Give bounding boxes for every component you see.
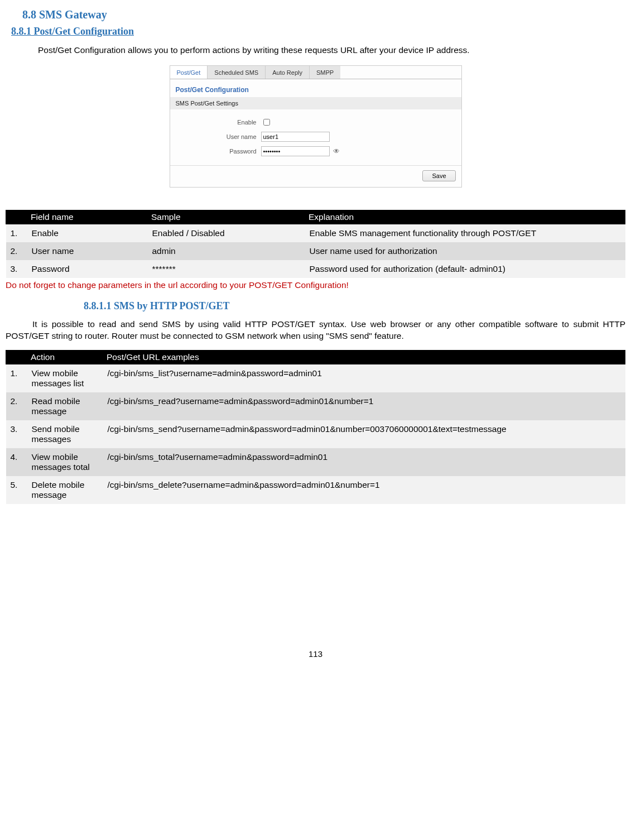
save-row: Save bbox=[170, 165, 461, 187]
label-enable: Enable bbox=[170, 119, 261, 126]
cell-num: 3. bbox=[6, 260, 27, 278]
screenshot-container: Post/Get Scheduled SMS Auto Reply SMPP P… bbox=[6, 65, 625, 188]
input-password[interactable] bbox=[261, 146, 330, 156]
tab-scheduled-sms[interactable]: Scheduled SMS bbox=[208, 66, 266, 79]
cell-url: /cgi-bin/sms_list?username=admin&passwor… bbox=[103, 364, 625, 392]
cell-url: /cgi-bin/sms_read?username=admin&passwor… bbox=[103, 392, 625, 420]
save-button[interactable]: Save bbox=[422, 170, 455, 181]
table-row: 1. Enable Enabled / Disabled Enable SMS … bbox=[6, 224, 625, 242]
cell-field: Enable bbox=[27, 224, 148, 242]
tab-auto-reply[interactable]: Auto Reply bbox=[266, 66, 310, 79]
cell-sample: Enabled / Disabled bbox=[148, 224, 305, 242]
cell-url: /cgi-bin/sms_total?username=admin&passwo… bbox=[103, 448, 625, 476]
screenshot-section-title: Post/Get Configuration bbox=[170, 79, 461, 97]
tabs-row: Post/Get Scheduled SMS Auto Reply SMPP bbox=[170, 66, 461, 79]
tab-smpp[interactable]: SMPP bbox=[310, 66, 340, 79]
form-area: Enable User name Password 👁 bbox=[170, 109, 461, 162]
cell-action: Read mobile message bbox=[27, 392, 103, 420]
cell-expl: Password used for authorization (default… bbox=[305, 260, 625, 278]
cell-action: View mobile messages total bbox=[27, 448, 103, 476]
cell-action: Send mobile messages bbox=[27, 420, 103, 448]
label-password: Password bbox=[170, 148, 261, 155]
cell-num: 3. bbox=[6, 420, 27, 448]
table-row: 3. Password ******* Password used for au… bbox=[6, 260, 625, 278]
th-sample: Sample bbox=[148, 210, 305, 224]
cell-num: 2. bbox=[6, 392, 27, 420]
th-explanation: Explanation bbox=[305, 210, 625, 224]
table-row: 4. View mobile messages total /cgi-bin/s… bbox=[6, 448, 625, 476]
cell-num: 1. bbox=[6, 364, 27, 392]
form-row-password: Password 👁 bbox=[170, 144, 461, 159]
checkbox-enable[interactable] bbox=[263, 119, 270, 126]
heading-sms-gateway: 8.8 SMS Gateway bbox=[22, 8, 625, 21]
form-row-enable: Enable bbox=[170, 115, 461, 129]
th-num2 bbox=[6, 350, 27, 364]
cell-num: 4. bbox=[6, 448, 27, 476]
cell-num: 5. bbox=[6, 476, 27, 504]
input-username[interactable] bbox=[261, 132, 330, 142]
form-row-username: User name bbox=[170, 129, 461, 144]
label-username: User name bbox=[170, 133, 261, 140]
url-table: Action Post/Get URL examples 1. View mob… bbox=[6, 350, 625, 504]
cell-url: /cgi-bin/sms_delete?username=admin&passw… bbox=[103, 476, 625, 504]
heading-post-get-config: 8.8.1 Post/Get Configuration bbox=[11, 26, 625, 37]
config-table: Field name Sample Explanation 1. Enable … bbox=[6, 210, 625, 278]
intro-paragraph-1: Post/Get Configuration allows you to per… bbox=[11, 44, 620, 56]
th-action: Action bbox=[27, 350, 103, 364]
cell-url: /cgi-bin/sms_send?username=admin&passwor… bbox=[103, 420, 625, 448]
cell-action: Delete mobile message bbox=[27, 476, 103, 504]
cell-num: 2. bbox=[6, 242, 27, 260]
cell-sample: ******* bbox=[148, 260, 305, 278]
cell-sample: admin bbox=[148, 242, 305, 260]
table-row: 3. Send mobile messages /cgi-bin/sms_sen… bbox=[6, 420, 625, 448]
table-row: 1. View mobile messages list /cgi-bin/sm… bbox=[6, 364, 625, 392]
th-field: Field name bbox=[27, 210, 148, 224]
cell-expl: User name used for authorization bbox=[305, 242, 625, 260]
tab-post-get[interactable]: Post/Get bbox=[170, 66, 208, 79]
cell-num: 1. bbox=[6, 224, 27, 242]
heading-sms-http: 8.8.1.1 SMS by HTTP POST/GET bbox=[84, 300, 625, 312]
settings-band: SMS Post/Get Settings bbox=[170, 97, 461, 109]
cell-field: User name bbox=[27, 242, 148, 260]
table-row: 2. Read mobile message /cgi-bin/sms_read… bbox=[6, 392, 625, 420]
ui-screenshot: Post/Get Scheduled SMS Auto Reply SMPP P… bbox=[170, 65, 462, 188]
th-num bbox=[6, 210, 27, 224]
reveal-password-icon[interactable]: 👁 bbox=[333, 147, 340, 155]
cell-expl: Enable SMS management functionality thro… bbox=[305, 224, 625, 242]
cell-field: Password bbox=[27, 260, 148, 278]
intro-paragraph-2: It is possible to read and send SMS by u… bbox=[6, 319, 625, 342]
th-url: Post/Get URL examples bbox=[103, 350, 625, 364]
page-number: 113 bbox=[6, 649, 625, 659]
table-row: 2. User name admin User name used for au… bbox=[6, 242, 625, 260]
table-row: 5. Delete mobile message /cgi-bin/sms_de… bbox=[6, 476, 625, 504]
warning-text: Do not forget to change parameters in th… bbox=[6, 280, 625, 290]
cell-action: View mobile messages list bbox=[27, 364, 103, 392]
